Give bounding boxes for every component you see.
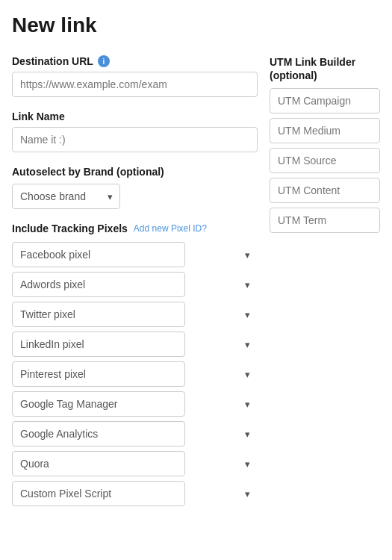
- autoselect-group: Autoselect by Brand (optional) Choose br…: [12, 166, 258, 209]
- quora-pixel-select[interactable]: Quora: [12, 451, 185, 476]
- autoselect-label: Autoselect by Brand (optional): [12, 166, 258, 178]
- link-name-label: Link Name: [12, 111, 258, 122]
- google-analytics-select[interactable]: Google Analytics: [12, 421, 185, 447]
- destination-url-group: Destination URL i: [12, 55, 258, 97]
- linkedin-pixel-select[interactable]: LinkedIn pixel: [12, 332, 185, 357]
- link-name-group: Link Name: [12, 111, 258, 152]
- pixel-linkedin: LinkedIn pixel: [12, 332, 258, 357]
- pixel-adwords: Adwords pixel: [12, 272, 258, 297]
- link-name-input[interactable]: [12, 127, 258, 152]
- utm-campaign-input[interactable]: [270, 88, 380, 113]
- pixel-facebook: Facebook pixel: [12, 242, 258, 267]
- tracking-title: Include Tracking Pixels: [12, 223, 128, 234]
- utm-title: UTM Link Builder (optional): [270, 55, 380, 82]
- pixel-gtm: Google Tag Manager: [12, 391, 258, 417]
- pinterest-pixel-select[interactable]: Pinterest pixel: [12, 361, 185, 387]
- destination-url-label: Destination URL: [12, 55, 93, 67]
- utm-content-input[interactable]: [270, 178, 380, 203]
- tracking-section: Include Tracking Pixels Add new Pixel ID…: [12, 223, 258, 506]
- pixel-twitter: Twitter pixel: [12, 302, 258, 327]
- brand-select-wrapper: Choose brand: [12, 184, 120, 209]
- utm-section: UTM Link Builder (optional): [270, 55, 380, 511]
- twitter-pixel-select[interactable]: Twitter pixel: [12, 302, 185, 327]
- tracking-header: Include Tracking Pixels Add new Pixel ID…: [12, 223, 258, 234]
- adwords-pixel-select[interactable]: Adwords pixel: [12, 272, 185, 297]
- destination-url-input[interactable]: [12, 72, 258, 97]
- pixel-pinterest: Pinterest pixel: [12, 361, 258, 387]
- pixel-quora: Quora: [12, 451, 258, 476]
- add-pixel-link[interactable]: Add new Pixel ID?: [134, 223, 207, 234]
- brand-select[interactable]: Choose brand: [12, 184, 120, 209]
- info-icon[interactable]: i: [98, 55, 110, 67]
- utm-medium-input[interactable]: [270, 118, 380, 143]
- facebook-pixel-select[interactable]: Facebook pixel: [12, 242, 185, 267]
- pixel-google-analytics: Google Analytics: [12, 421, 258, 447]
- utm-term-input[interactable]: [270, 208, 380, 233]
- gtm-pixel-select[interactable]: Google Tag Manager: [12, 391, 185, 417]
- utm-source-input[interactable]: [270, 148, 380, 173]
- page-title: New link: [12, 13, 380, 37]
- pixel-custom: Custom Pixel Script: [12, 481, 258, 506]
- custom-pixel-select[interactable]: Custom Pixel Script: [12, 481, 185, 506]
